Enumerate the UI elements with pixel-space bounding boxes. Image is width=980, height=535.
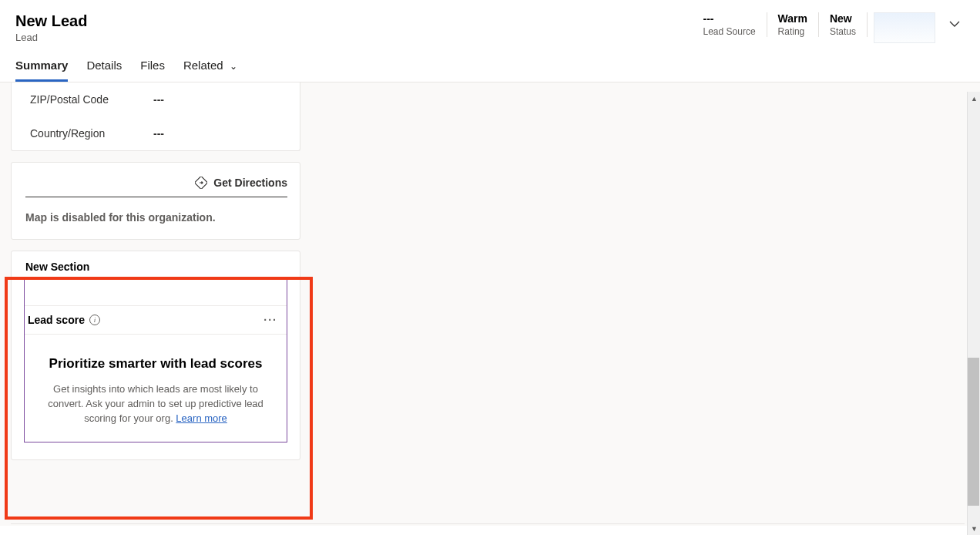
stat-lead-source[interactable]: --- Lead Source (693, 12, 767, 37)
directions-icon (195, 177, 207, 189)
stat-label: Status (830, 26, 856, 37)
stat-value: Warm (778, 12, 807, 25)
lead-score-header: Lead score i ··· (25, 306, 287, 335)
stat-value: New (830, 12, 856, 25)
header-left: New Lead Lead (15, 12, 693, 43)
field-label: Country/Region (30, 127, 153, 140)
tab-details[interactable]: Details (86, 59, 122, 82)
map-card: Get Directions Map is disabled for this … (11, 162, 300, 240)
promo-text: Get insights into which leads are most l… (37, 382, 274, 426)
stat-value: --- (703, 12, 756, 25)
get-directions-link[interactable]: Get Directions (25, 177, 287, 197)
promo-body: Get insights into which leads are most l… (48, 383, 263, 424)
field-value: --- (153, 127, 164, 140)
scroll-up-arrow[interactable]: ▲ (968, 92, 980, 105)
vertical-scrollbar[interactable]: ▲ ▼ (967, 92, 980, 535)
tab-bar: Summary Details Files Related ⌄ (0, 46, 980, 82)
field-zip[interactable]: ZIP/Postal Code --- (12, 82, 300, 116)
lead-score-promo: Prioritize smarter with lead scores Get … (25, 335, 287, 442)
page-title: New Lead (15, 12, 693, 30)
stat-rating[interactable]: Warm Rating (767, 12, 819, 37)
stat-status[interactable]: New Status (819, 12, 868, 37)
chevron-down-icon (949, 19, 960, 29)
chevron-down-icon: ⌄ (230, 61, 237, 72)
learn-more-link[interactable]: Learn more (176, 412, 227, 424)
directions-label: Get Directions (213, 177, 287, 189)
tab-related[interactable]: Related ⌄ (183, 59, 237, 82)
tab-files[interactable]: Files (140, 59, 165, 82)
stat-label: Lead Source (703, 26, 756, 37)
stat-label: Rating (778, 26, 807, 37)
page-header: New Lead Lead --- Lead Source Warm Ratin… (0, 0, 980, 46)
field-country[interactable]: Country/Region --- (12, 116, 300, 150)
lead-score-label: Lead score (25, 314, 85, 326)
scroll-thumb[interactable] (968, 358, 979, 506)
expand-header-button[interactable] (945, 14, 965, 34)
promo-title: Prioritize smarter with lead scores (37, 356, 274, 372)
section-title: New Section (12, 261, 300, 278)
record-thumbnail[interactable] (874, 12, 935, 43)
scroll-down-arrow[interactable]: ▼ (968, 522, 980, 535)
header-right: --- Lead Source Warm Rating New Status (693, 12, 965, 43)
tab-summary[interactable]: Summary (15, 59, 68, 82)
more-options-button[interactable]: ··· (263, 314, 277, 326)
panel-header-blank (25, 278, 287, 306)
info-icon[interactable]: i (89, 315, 100, 325)
content-area: ZIP/Postal Code --- Country/Region --- G… (0, 82, 980, 526)
left-column: ZIP/Postal Code --- Country/Region --- G… (11, 82, 300, 471)
lead-score-panel: Lead score i ··· Prioritize smarter with… (24, 278, 287, 442)
new-section-card: New Section Lead score i ··· Prioritize … (11, 251, 300, 460)
field-value: --- (153, 93, 164, 106)
bottom-divider (11, 523, 965, 524)
address-card: ZIP/Postal Code --- Country/Region --- (11, 82, 300, 151)
map-disabled-message: Map is disabled for this organization. (25, 211, 287, 224)
tab-related-label: Related (183, 59, 223, 72)
entity-subtitle: Lead (15, 32, 693, 43)
field-label: ZIP/Postal Code (30, 93, 153, 106)
